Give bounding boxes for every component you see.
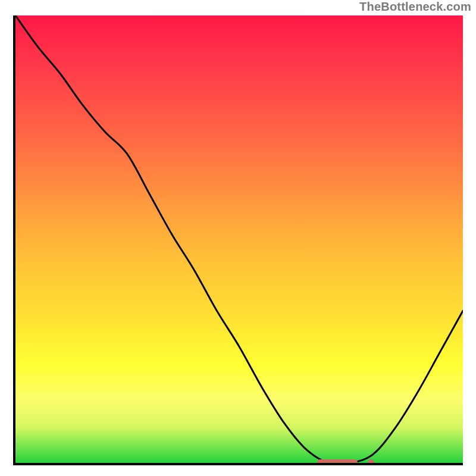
chart-indicator-bar xyxy=(317,459,358,465)
chart-line-svg xyxy=(15,15,463,463)
chart-line-path xyxy=(15,15,463,463)
chart-indicator-dot xyxy=(368,459,374,465)
watermark-text: TheBottleneck.com xyxy=(359,0,471,14)
chart-plot-area xyxy=(13,15,463,465)
